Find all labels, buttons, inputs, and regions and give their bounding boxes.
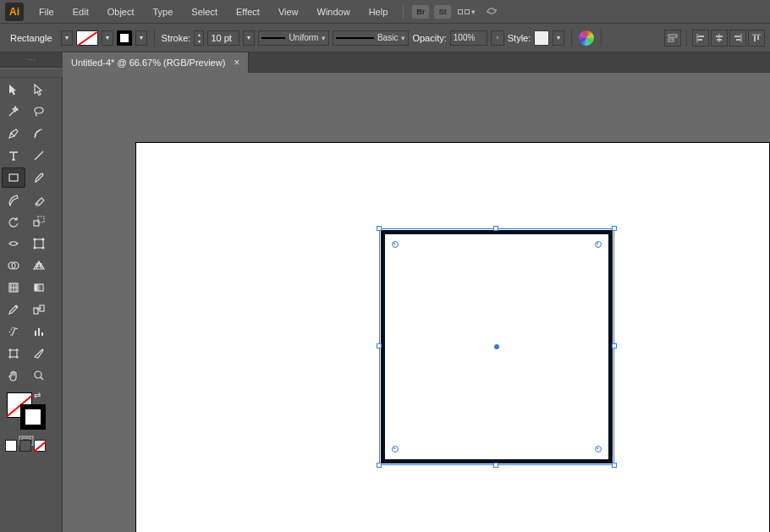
line-segment-tool[interactable]: [27, 145, 51, 166]
resize-handle-middle-right[interactable]: [612, 343, 617, 348]
free-transform-tool[interactable]: [27, 233, 51, 254]
canvas[interactable]: [63, 73, 770, 532]
separator: [154, 30, 155, 47]
left-column: ⇄: [0, 52, 63, 532]
perspective-grid-tool[interactable]: [27, 255, 51, 276]
gradient-tool[interactable]: [27, 277, 51, 298]
separator: [686, 30, 687, 47]
fill-stroke-indicator[interactable]: ⇄: [2, 391, 51, 436]
live-corner-widget-bottom-right[interactable]: [595, 446, 602, 452]
resize-handle-bottom-right[interactable]: [612, 463, 617, 468]
color-mode-button[interactable]: [5, 440, 17, 452]
tools-panel: ⇄: [0, 78, 63, 532]
menu-select[interactable]: Select: [183, 3, 226, 20]
separator: [601, 30, 602, 47]
profile-label: Uniform: [289, 33, 318, 42]
stroke-weight-dropdown[interactable]: ▾: [243, 30, 255, 46]
svg-point-29: [35, 371, 41, 378]
live-corner-widget-top-left[interactable]: [392, 241, 399, 248]
rectangle-tool[interactable]: [2, 167, 25, 188]
stroke-swatch[interactable]: [117, 30, 132, 46]
zoom-tool[interactable]: [27, 365, 51, 386]
close-icon[interactable]: ×: [234, 57, 239, 69]
eyedropper-tool[interactable]: [2, 299, 25, 320]
shape-builder-tool[interactable]: [2, 255, 25, 276]
bridge-button[interactable]: Br: [412, 5, 429, 19]
opacity-label[interactable]: Opacity:: [412, 33, 446, 43]
slice-tool[interactable]: [27, 343, 51, 364]
mesh-tool[interactable]: [2, 277, 25, 298]
align-left-button[interactable]: [692, 30, 709, 47]
menu-object[interactable]: Object: [99, 3, 143, 20]
live-corner-widget-bottom-left[interactable]: [392, 446, 399, 452]
column-graph-tool[interactable]: [27, 321, 51, 342]
magic-wand-tool[interactable]: [2, 101, 25, 122]
stock-button[interactable]: St: [434, 5, 451, 19]
variable-width-profile-dropdown[interactable]: Uniform▾: [258, 30, 329, 46]
style-label[interactable]: Style:: [508, 33, 531, 43]
direct-selection-tool[interactable]: [27, 80, 51, 100]
selection-bounding-box[interactable]: [379, 228, 614, 465]
svg-rect-4: [698, 39, 702, 41]
blend-tool[interactable]: [27, 299, 51, 320]
collapsed-panel-tab[interactable]: [0, 52, 63, 68]
graphic-style-dropdown[interactable]: ▾: [553, 30, 564, 46]
menu-help[interactable]: Help: [360, 3, 397, 20]
rotate-tool[interactable]: [2, 211, 25, 232]
pen-tool[interactable]: [2, 123, 25, 144]
stroke-weight-stepper[interactable]: ▴▾: [194, 30, 204, 46]
width-tool[interactable]: [2, 233, 25, 254]
resize-handle-bottom-middle[interactable]: [493, 463, 498, 468]
paintbrush-tool[interactable]: [27, 167, 51, 188]
document-area: Untitled-4* @ 66.67% (RGB/Preview) ×: [63, 52, 770, 532]
selection-type-dropdown[interactable]: ▾: [61, 30, 73, 46]
artboard-tool[interactable]: [2, 343, 25, 364]
selection-tool[interactable]: [2, 80, 25, 100]
menu-edit[interactable]: Edit: [64, 3, 97, 20]
brush-definition-dropdown[interactable]: Basic▾: [333, 30, 409, 46]
lasso-tool[interactable]: [27, 101, 51, 122]
type-tool[interactable]: [2, 145, 25, 166]
gradient-mode-button[interactable]: [19, 440, 31, 452]
tools-grip[interactable]: [0, 68, 63, 78]
stroke-weight-input[interactable]: [207, 30, 239, 46]
fill-swatch[interactable]: [76, 30, 98, 46]
recolor-artwork-button[interactable]: [579, 30, 594, 46]
menu-file[interactable]: File: [30, 3, 63, 20]
align-hcenter-button[interactable]: [711, 30, 728, 47]
fill-dropdown[interactable]: ▾: [102, 30, 113, 46]
stroke-label[interactable]: Stroke:: [162, 33, 191, 43]
align-button[interactable]: [664, 30, 681, 47]
menu-effect[interactable]: Effect: [228, 3, 268, 20]
stroke-indicator[interactable]: [20, 404, 46, 430]
swap-fill-stroke-icon[interactable]: ⇄: [34, 391, 41, 400]
opacity-dropdown[interactable]: ›: [491, 30, 504, 46]
resize-handle-bottom-left[interactable]: [377, 463, 382, 468]
eraser-tool[interactable]: [27, 189, 51, 210]
resize-handle-middle-left[interactable]: [377, 343, 382, 348]
menu-type[interactable]: Type: [145, 3, 182, 20]
resize-handle-top-right[interactable]: [612, 226, 617, 231]
menu-window[interactable]: Window: [309, 3, 359, 20]
graphic-style-swatch[interactable]: [534, 30, 549, 46]
document-tab[interactable]: Untitled-4* @ 66.67% (RGB/Preview) ×: [63, 52, 249, 73]
hand-tool[interactable]: [2, 365, 25, 386]
align-right-button[interactable]: [729, 30, 746, 47]
symbol-sprayer-tool[interactable]: [2, 321, 25, 342]
stroke-dropdown[interactable]: ▾: [135, 30, 147, 46]
opacity-input[interactable]: 100%: [450, 30, 487, 46]
arrange-documents-button[interactable]: ▾: [458, 8, 476, 16]
curvature-tool[interactable]: [27, 123, 51, 144]
sync-settings-icon[interactable]: [484, 5, 499, 19]
scale-tool[interactable]: [27, 211, 51, 232]
resize-handle-top-middle[interactable]: [493, 226, 498, 231]
resize-handle-top-left[interactable]: [377, 226, 382, 231]
live-corner-widget-top-right[interactable]: [595, 241, 602, 248]
svg-rect-14: [9, 174, 18, 181]
align-top-button[interactable]: [748, 30, 765, 47]
svg-rect-17: [35, 239, 43, 248]
none-mode-button[interactable]: [34, 440, 46, 452]
menu-view[interactable]: View: [270, 3, 307, 20]
center-point-icon[interactable]: [494, 344, 499, 349]
shaper-tool[interactable]: [2, 189, 25, 210]
